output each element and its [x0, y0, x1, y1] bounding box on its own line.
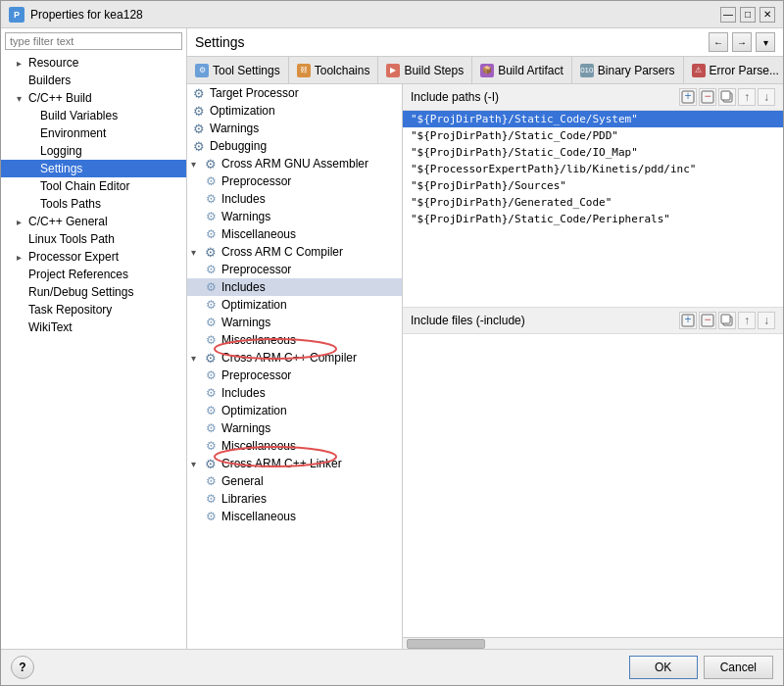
scrollbar-thumb[interactable] [407, 639, 485, 649]
gear-icon: ⚙ [203, 439, 219, 453]
sidebar-item-linux-tools[interactable]: Linux Tools Path [1, 230, 186, 248]
build-steps-icon: ▶ [386, 64, 400, 77]
tool-tree-item-cross-linker[interactable]: ⚙ Cross ARM C++ Linker [187, 455, 402, 472]
sidebar-item-build-vars[interactable]: Build Variables [1, 107, 186, 124]
tool-tree-label: Libraries [221, 492, 267, 506]
tool-tree-item-c-warnings[interactable]: ⚙ Warnings [187, 314, 402, 331]
include-path-item[interactable]: "${ProjDirPath}/Sources" [403, 177, 783, 194]
tab-binary-parsers[interactable]: 010 Binary Parsers [572, 57, 684, 83]
tool-tree-item-cpp-includes[interactable]: ⚙ Includes [187, 384, 402, 402]
include-path-item[interactable]: "${ProjDirPath}/Static_Code/Peripherals" [403, 211, 783, 227]
back-button[interactable]: ← [709, 32, 728, 52]
include-path-item[interactable]: "${ProjDirPath}/Generated_Code" [403, 194, 783, 211]
sidebar-item-tool-chain-editor[interactable]: Tool Chain Editor [1, 177, 186, 195]
tool-tree-item-cpp-misc[interactable]: ⚙ Miscellaneous [187, 437, 402, 455]
sidebar-item-label: Processor Expert [28, 250, 119, 264]
sidebar-item-cpp-build[interactable]: C/C++ Build [1, 89, 186, 107]
tool-tree-item-optimization[interactable]: ⚙ Optimization [187, 102, 402, 120]
settings-panel: Include paths (-I) + − [403, 84, 783, 649]
tool-tree-item-cpp-optimization[interactable]: ⚙ Optimization [187, 402, 402, 419]
gear-icon: ⚙ [191, 86, 207, 100]
tool-tree-item-asm-misc[interactable]: ⚙ Miscellaneous [187, 225, 402, 243]
tool-tree-item-cpp-preprocessor[interactable]: ⚙ Preprocessor [187, 367, 402, 384]
tool-tree-label: Cross ARM C++ Compiler [221, 351, 357, 365]
tool-tree-item-linker-misc[interactable]: ⚙ Miscellaneous [187, 508, 402, 525]
gear-icon: ⚙ [203, 316, 219, 329]
tool-tree-item-c-misc[interactable]: ⚙ Miscellaneous [187, 331, 402, 349]
tab-build-steps[interactable]: ▶ Build Steps [378, 57, 472, 83]
tool-tree-item-asm-warnings[interactable]: ⚙ Warnings [187, 208, 402, 225]
ok-button[interactable]: OK [629, 656, 698, 679]
tool-tree-item-target-proc[interactable]: ⚙ Target Processor [187, 84, 402, 102]
tab-label: Binary Parsers [598, 64, 675, 77]
gear-icon: ⚙ [203, 510, 219, 523]
close-button[interactable]: ✕ [760, 7, 775, 23]
tab-build-artifact[interactable]: 📦 Build Artifact [472, 57, 572, 83]
gear-icon: ⚙ [203, 368, 219, 382]
bottom-left: ? [11, 656, 34, 679]
tool-tree-label: Cross ARM GNU Assembler [221, 157, 368, 171]
help-button[interactable]: ? [11, 656, 34, 679]
svg-text:−: − [704, 90, 710, 103]
include-path-item[interactable]: "${ProjDirPath}/Static_Code/PDD" [403, 127, 783, 144]
forward-button[interactable]: → [732, 32, 752, 52]
tool-tree-item-c-includes[interactable]: ⚙ Includes [187, 278, 402, 296]
sidebar-item-run-debug[interactable]: Run/Debug Settings [1, 283, 186, 301]
copy-file-button[interactable] [718, 312, 736, 329]
tool-tree-label: Warnings [221, 316, 270, 329]
sidebar-item-logging[interactable]: Logging [1, 142, 186, 160]
copy-path-button[interactable] [718, 88, 736, 106]
sidebar-item-resource[interactable]: Resource [1, 54, 186, 72]
sidebar-item-label: Task Repository [28, 303, 112, 317]
remove-path-button[interactable]: − [699, 88, 716, 106]
sidebar-item-cpp-general[interactable]: C/C++ General [1, 213, 186, 230]
tool-tree-item-asm-includes[interactable]: ⚙ Includes [187, 190, 402, 208]
gear-icon: ⚙ [203, 474, 219, 488]
add-icon: + [681, 90, 695, 104]
tool-tree-item-debugging[interactable]: ⚙ Debugging [187, 137, 402, 155]
tool-tree-label: Warnings [210, 122, 259, 135]
sidebar-item-tools-paths[interactable]: Tools Paths [1, 195, 186, 213]
sidebar-item-wikitext[interactable]: WikiText [1, 318, 186, 336]
include-path-item[interactable]: "${ProjDirPath}/Static_Code/IO_Map" [403, 144, 783, 161]
sidebar-item-environment[interactable]: Environment [1, 124, 186, 142]
tool-tree-item-c-optimization[interactable]: ⚙ Optimization [187, 296, 402, 314]
maximize-button[interactable]: □ [740, 7, 756, 23]
move-file-down-button[interactable]: ↓ [758, 312, 775, 329]
move-up-button[interactable]: ↑ [738, 88, 756, 106]
remove-file-button[interactable]: − [699, 312, 716, 329]
add-path-button[interactable]: + [679, 88, 697, 106]
include-path-item[interactable]: "${ProcessorExpertPath}/lib/Kinetis/pdd/… [403, 161, 783, 177]
expand-icon [17, 58, 28, 69]
sidebar-item-proj-refs[interactable]: Project References [1, 266, 186, 283]
tool-tree-item-c-preprocessor[interactable]: ⚙ Preprocessor [187, 261, 402, 278]
sidebar-item-settings[interactable]: Settings [1, 160, 186, 177]
window-icon: P [9, 7, 24, 23]
gear-icon: ⚙ [191, 104, 207, 118]
move-file-up-button[interactable]: ↑ [738, 312, 756, 329]
menu-button[interactable]: ▾ [756, 32, 775, 52]
minimize-button[interactable]: — [720, 7, 736, 23]
sidebar-item-task-repo[interactable]: Task Repository [1, 301, 186, 318]
horizontal-scrollbar[interactable] [403, 637, 783, 649]
include-path-item[interactable]: "${ProjDirPath}/Static_Code/System" [403, 111, 783, 127]
tab-error-parsers[interactable]: ⚠ Error Parse... [684, 57, 783, 83]
tool-tree-label: Miscellaneous [221, 510, 296, 523]
tool-tree-item-asm-preprocessor[interactable]: ⚙ Preprocessor [187, 172, 402, 190]
tool-tree-item-cpp-warnings[interactable]: ⚙ Warnings [187, 419, 402, 437]
cancel-button[interactable]: Cancel [704, 656, 773, 679]
tool-tree-item-cross-asm[interactable]: ⚙ Cross ARM GNU Assembler [187, 155, 402, 172]
move-down-button[interactable]: ↓ [758, 88, 775, 106]
tool-tree-item-cross-c[interactable]: ⚙ Cross ARM C Compiler [187, 243, 402, 261]
tool-tree-item-cross-cpp[interactable]: ⚙ Cross ARM C++ Compiler [187, 349, 402, 367]
add-file-button[interactable]: + [679, 312, 697, 329]
tab-tool-settings[interactable]: ⚙ Tool Settings [187, 57, 289, 83]
tab-toolchains[interactable]: ⛓ Toolchains [289, 57, 379, 83]
filter-input[interactable] [5, 32, 182, 50]
tool-tree-item-linker-general[interactable]: ⚙ General [187, 472, 402, 490]
sidebar-item-proc-expert[interactable]: Processor Expert [1, 248, 186, 266]
tool-tree-item-warnings[interactable]: ⚙ Warnings [187, 120, 402, 137]
sidebar-item-builders[interactable]: Builders [1, 72, 186, 89]
tool-tree-item-linker-libs[interactable]: ⚙ Libraries [187, 490, 402, 508]
header-actions: ← → ▾ [709, 32, 775, 52]
